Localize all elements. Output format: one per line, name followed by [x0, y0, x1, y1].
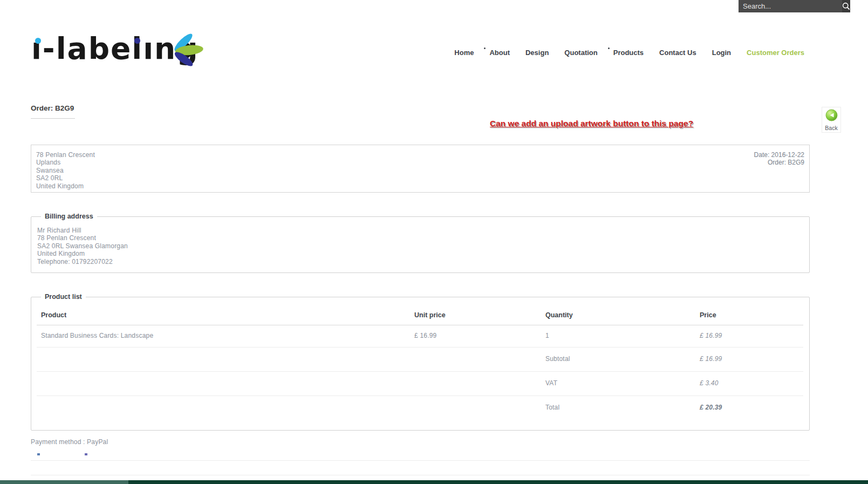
product-table: Product Unit price Quantity Price Standa… [37, 307, 803, 420]
shipping-address-line: SA2 0RL [36, 174, 804, 182]
total-row: Total £ 20.39 [37, 396, 803, 420]
nav-item-home[interactable]: Home [454, 49, 474, 57]
divider [31, 475, 810, 475]
total-label: Total [541, 396, 695, 420]
search-button[interactable] [842, 0, 850, 12]
total-value: £ 20.39 [695, 396, 803, 420]
nav-item-products[interactable]: Products [613, 49, 644, 57]
nav-item-label: About [489, 49, 510, 57]
billing-address-line: Mr Richard Hill [37, 227, 804, 234]
back-arrow-icon [825, 109, 838, 121]
dropdown-dot-icon [608, 47, 610, 49]
column-header-quantity: Quantity [541, 307, 695, 325]
column-header-product: Product [37, 307, 410, 325]
vat-value: £ 3.40 [695, 372, 803, 396]
shipping-address-line: Uplands [36, 159, 804, 166]
billing-address-legend: Billing address [41, 213, 97, 220]
product-name: Standard Business Cards: Landscape [37, 325, 410, 347]
table-header-row: Product Unit price Quantity Price [37, 307, 803, 325]
shipping-address-box: 78 Penlan Crescent Uplands Swansea SA2 0… [31, 145, 810, 193]
main-nav: Home About Design Quotation Products Con… [454, 49, 804, 57]
search-icon [842, 2, 850, 10]
dropdown-dot-icon [484, 47, 486, 49]
billing-address-line: SA2 0RL Swansea Glamorgan [37, 242, 804, 250]
logo-leaf-icon [168, 27, 216, 73]
vat-label: VAT [541, 372, 695, 396]
nav-item-quotation[interactable]: Quotation [564, 49, 597, 57]
product-price: £ 16.99 [695, 325, 803, 347]
subtotal-value: £ 16.99 [695, 347, 803, 372]
subtotal-row: Subtotal £ 16.99 [37, 347, 803, 372]
product-list-fieldset: Product list Product Unit price Quantity… [31, 293, 810, 431]
nav-item-about[interactable]: About [489, 49, 510, 57]
footer-bar-accent [0, 480, 128, 484]
back-button-label: Back [822, 125, 840, 131]
back-button[interactable]: Back [822, 107, 841, 133]
billing-address-line: United Kingdom [37, 250, 804, 257]
nav-item-login[interactable]: Login [712, 49, 731, 57]
shipping-address-line: 78 Penlan Crescent [36, 151, 804, 159]
payment-method: Payment method : PayPal [31, 438, 108, 446]
billing-address-line: Telephone: 01792207022 [37, 258, 804, 265]
nav-item-customer-orders[interactable]: Customer Orders [747, 49, 804, 57]
vat-row: VAT £ 3.40 [37, 372, 803, 396]
order-date: Date: 2016-12-22 [754, 151, 804, 159]
nav-item-contact-us[interactable]: Contact Us [659, 49, 696, 57]
page-title: Order: B2G9 [31, 104, 75, 119]
product-quantity: 1 [541, 325, 695, 347]
site-logo[interactable]: ı-labelıng [31, 24, 217, 75]
divider [31, 460, 810, 461]
column-header-unit-price: Unit price [410, 307, 541, 325]
review-annotation: Can we add an upload artwork button to t… [490, 119, 693, 128]
nav-item-label: Products [613, 49, 644, 57]
search-input[interactable] [739, 0, 842, 12]
order-number: Order: B2G9 [754, 159, 804, 166]
footer-bar [0, 480, 868, 484]
billing-address-line: 78 Penlan Crescent [37, 234, 804, 242]
logo-i-dot-navy [134, 38, 140, 44]
search-bar [739, 0, 844, 12]
product-list-legend: Product list [41, 293, 86, 301]
table-row: Standard Business Cards: Landscape £ 16.… [37, 325, 803, 347]
tiny-icon [37, 453, 40, 455]
billing-address-fieldset: Billing address Mr Richard Hill 78 Penla… [31, 213, 810, 273]
column-header-price: Price [695, 307, 803, 325]
shipping-address-line: United Kingdom [36, 182, 804, 190]
tiny-icon [85, 453, 87, 455]
shipping-address-line: Swansea [36, 167, 804, 174]
logo-i-dot-blue [35, 38, 41, 44]
nav-item-design[interactable]: Design [525, 49, 549, 57]
product-unit-price: £ 16.99 [410, 325, 541, 347]
subtotal-label: Subtotal [541, 347, 695, 372]
